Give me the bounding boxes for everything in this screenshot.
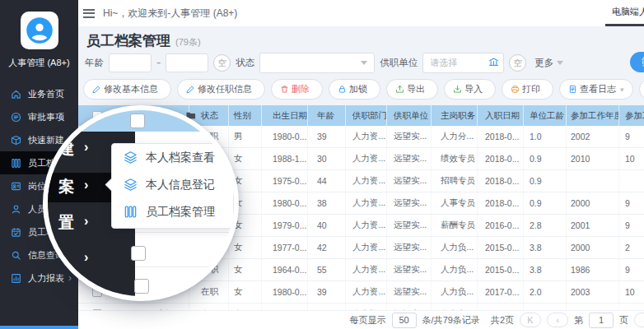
column-header[interactable]: 出生日期 [262,105,308,126]
column-header[interactable]: 参加工... [619,105,644,126]
first-page-button[interactable]: K [520,313,541,327]
toolbar-button-icon [186,85,195,94]
sidebar-item-icon [11,227,21,238]
magnified-checkbox [131,246,146,261]
table-cell: 1988-1... [262,148,308,169]
column-header[interactable]: 年龄 [308,105,346,126]
magnified-sidebar-text: 案 [58,176,74,197]
submenu-item[interactable]: 员工档案管理 [112,198,233,225]
unit-select[interactable]: 请选择 [422,53,504,73]
toolbar-button[interactable]: 导出 [386,79,438,100]
sidebar-item[interactable]: 审批事项 [0,105,78,128]
column-header[interactable]: 性别 [229,105,262,126]
table-cell: 女 [229,281,262,303]
table-cell: 2016-0... [478,215,524,236]
pagination-bar: 每页显示 50 条/共79条记录 共2页 K ‹ 第 1 页 › [78,310,644,329]
column-header[interactable]: 单位工龄 [524,105,567,126]
table-cell: 1975-0... [262,170,308,192]
chevron-right-icon: › [84,178,88,192]
toolbar-button-label: 查看日志 [580,83,616,95]
table-cell: 2002 [567,126,619,147]
page-title: 员工档案管理 [86,31,170,50]
clear-unit-button[interactable]: 空 [509,54,526,72]
submenu-item-label: 员工档案管理 [146,205,215,220]
record-count: (79条) [175,36,201,49]
column-header[interactable]: 参加工作年度 [567,105,619,126]
toolbar-button-label: 修改基本信息 [104,83,158,95]
magnified-row-divider [135,232,234,233]
table-cell: 人力资... [346,237,387,258]
toolbar-button[interactable]: 查看日志 ▾ [559,79,633,100]
submenu-item[interactable]: 本人信息登记 [112,171,233,198]
toolbar-button[interactable]: 修改基本信息 [83,79,171,100]
page-size-input[interactable]: 50 [392,313,417,328]
table-cell: 2000 [567,237,619,258]
table-cell: 远望实... [387,215,432,236]
column-header[interactable]: 主岗职务 [432,105,478,126]
bank-icon [488,57,499,67]
toolbar-button-icon [568,85,577,94]
table-cell: 0.9 [524,192,567,214]
table-cell: 2018-0... [478,148,524,169]
table-cell: 远望实... [387,192,432,214]
table-cell: 2018-0... [478,126,524,147]
clear-age-button[interactable]: 空 [213,54,231,72]
toolbar-button-icon [395,85,404,94]
submenu-item[interactable]: 本人档案查看 [112,144,233,171]
sidebar-item-label: 快速新建 [28,134,64,146]
greeting-text: Hi~，欢迎来到-人事管理 (A8+) [103,7,237,21]
page-label-post: 页 [619,314,628,327]
toolbar-button[interactable]: 加锁 [329,79,380,100]
column-header[interactable]: 入职日期 [478,105,524,126]
submenu-item-icon [124,205,138,219]
submenu-item-icon [124,178,138,192]
table-cell: 人力资... [346,281,387,303]
sidebar-item-icon [11,158,21,169]
column-header[interactable]: 供职单位 [387,105,432,126]
sidebar-item[interactable]: 业务首页 [0,82,78,105]
table-cell: 2003 [567,281,619,303]
current-page-input[interactable]: 1 [589,313,614,328]
age-min-input[interactable] [109,53,152,72]
toolbar-button[interactable]: 修改任职信息 [177,79,265,100]
prev-page-button[interactable]: ‹ [547,313,568,327]
table-cell: 1986 [567,259,619,280]
table-cell: 1977-0... [262,237,308,258]
table-cell: 2015-0... [478,237,524,258]
sidebar-item-icon [11,135,21,146]
table-cell: 2.8 [524,215,567,236]
toolbar-button-icon [453,85,462,94]
filter-bar: 年龄 - 空 状态 供职单位 请选择 空 更多 筛选 [85,52,644,73]
table-cell: 3.8 [524,259,567,280]
table-cell: 10 [619,281,644,303]
chevron-right-icon: › [84,214,88,229]
menu-toggle-icon[interactable] [83,7,95,20]
age-max-input[interactable] [166,53,208,72]
sidebar-item-label: 业务首页 [28,88,64,100]
chevron-right-icon: › [68,272,72,284]
toolbar-button[interactable]: 批量刷新 [639,79,644,100]
app-logo-icon [21,12,58,49]
tab-pc-hr[interactable]: 电脑端人事管理 [605,0,644,26]
toolbar-button-label: 导出 [407,83,425,95]
more-filters[interactable]: 更多 [534,57,563,69]
column-header[interactable]: 供职部门 [346,105,387,126]
toolbar-button[interactable]: 删除 [271,79,323,100]
sidebar-item-icon [11,204,21,215]
toolbar-button[interactable]: 导入 [444,79,496,100]
sidebar-item[interactable]: 人力报表 › [0,266,78,290]
status-select[interactable] [259,53,375,73]
toolbar: 修改基本信息 修改任职信息 删除 加锁 [83,79,644,100]
table-cell: 远望实... [387,170,432,192]
toolbar-button[interactable]: 打印 [502,79,553,100]
unit-label: 供职单位 [380,57,418,69]
table-cell: 2018-0... [478,192,524,214]
chevron-right-icon: › [84,250,88,265]
app-logo: 人事管理 (A8+) [0,12,78,69]
unit-placeholder: 请选择 [430,53,457,72]
table-cell: 38 [308,192,346,214]
next-page-button[interactable]: › [634,313,644,327]
toolbar-button-icon [280,85,289,94]
table-cell: 远望实... [387,148,432,169]
search-button[interactable]: 筛选 [630,52,644,72]
